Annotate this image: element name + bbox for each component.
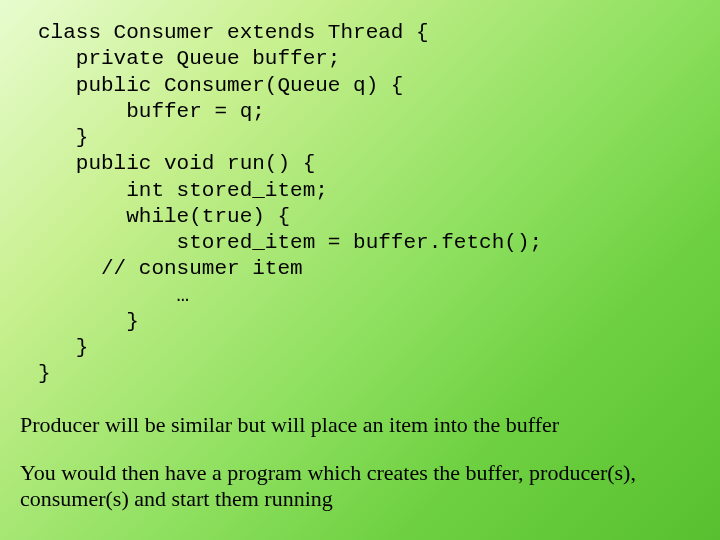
- code-block: class Consumer extends Thread { private …: [38, 20, 700, 388]
- paragraph: You would then have a program which crea…: [20, 460, 700, 513]
- code-line: int stored_item;: [38, 179, 328, 202]
- code-line: }: [38, 336, 88, 359]
- code-line: }: [38, 310, 139, 333]
- code-line: }: [38, 126, 88, 149]
- code-line: public Consumer(Queue q) {: [38, 74, 403, 97]
- code-line: stored_item = buffer.fetch();: [38, 231, 542, 254]
- code-line: }: [38, 362, 51, 385]
- code-line: …: [38, 284, 189, 307]
- code-line: class Consumer extends Thread {: [38, 21, 429, 44]
- code-line: // consumer item: [38, 257, 303, 280]
- code-line: buffer = q;: [38, 100, 265, 123]
- code-line: while(true) {: [38, 205, 290, 228]
- code-line: private Queue buffer;: [38, 47, 340, 70]
- paragraph: Producer will be similar but will place …: [20, 412, 700, 438]
- code-line: public void run() {: [38, 152, 315, 175]
